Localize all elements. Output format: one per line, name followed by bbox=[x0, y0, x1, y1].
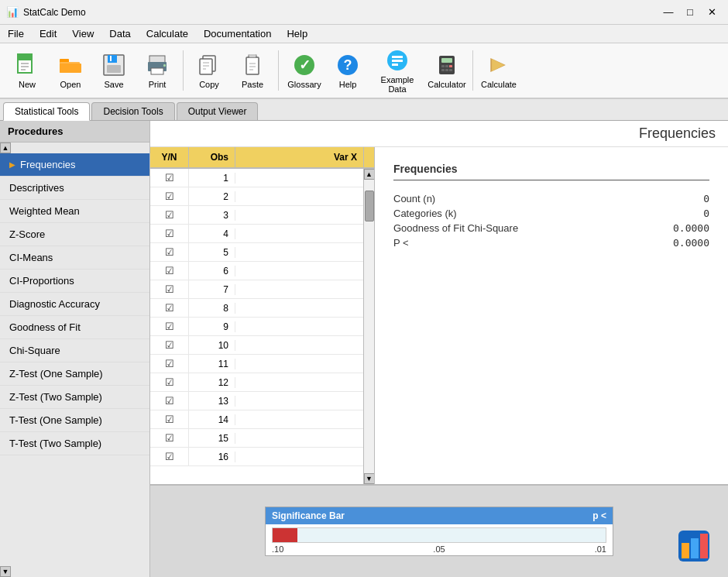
sidebar-item-chi-square[interactable]: Chi-Square bbox=[0, 339, 149, 362]
sidebar-item-chi-square-label: Chi-Square bbox=[9, 345, 60, 356]
table-row[interactable]: ☑15 bbox=[150, 429, 363, 448]
menu-documentation[interactable]: Documentation bbox=[196, 25, 279, 43]
table-row[interactable]: ☑12 bbox=[150, 373, 363, 392]
calculator-button[interactable]: Calculator bbox=[426, 46, 468, 95]
cell-yn-5[interactable]: ☑ bbox=[150, 243, 189, 261]
checkbox-14: ☑ bbox=[165, 414, 174, 425]
menu-edit[interactable]: Edit bbox=[32, 25, 64, 43]
table-row[interactable]: ☑11 bbox=[150, 355, 363, 373]
menu-file[interactable]: File bbox=[0, 25, 32, 43]
sidebar-item-z-test-two[interactable]: Z-Test (Two Sample) bbox=[0, 386, 149, 409]
tab-statistical-tools[interactable]: Statistical Tools bbox=[3, 102, 90, 121]
open-label: Open bbox=[60, 80, 81, 89]
svg-rect-37 bbox=[441, 65, 445, 67]
checkbox-15: ☑ bbox=[165, 432, 174, 444]
table-row[interactable]: ☑14 bbox=[150, 410, 363, 429]
cell-yn-4[interactable]: ☑ bbox=[150, 225, 189, 242]
cell-yn-10[interactable]: ☑ bbox=[150, 336, 189, 354]
table-row[interactable]: ☑3 bbox=[150, 206, 363, 225]
sidebar-item-t-test-two-label: T-Test (Two Sample) bbox=[9, 438, 101, 449]
save-button[interactable]: Save bbox=[93, 46, 135, 95]
svg-rect-33 bbox=[392, 60, 403, 62]
result-gof-label: Goodness of Fit Chi-Square bbox=[393, 222, 518, 234]
tab-output-viewer[interactable]: Output Viewer bbox=[177, 102, 259, 120]
example-data-button[interactable]: Example Data bbox=[370, 46, 424, 95]
sidebar-item-ci-proportions[interactable]: CI-Proportions bbox=[0, 270, 149, 293]
sidebar-item-t-test-one[interactable]: T-Test (One Sample) bbox=[0, 409, 149, 432]
cell-yn-15[interactable]: ☑ bbox=[150, 429, 189, 447]
scroll-down-arrow[interactable]: ▼ bbox=[0, 566, 11, 577]
scroll-up-btn[interactable]: ▲ bbox=[364, 169, 375, 180]
sidebar-item-weighted-mean[interactable]: Weighted Mean bbox=[0, 200, 149, 223]
checkbox-1: ☑ bbox=[165, 172, 174, 184]
table-row[interactable]: ☑9 bbox=[150, 318, 363, 336]
menu-help[interactable]: Help bbox=[279, 25, 315, 43]
frequencies-title: Frequencies bbox=[150, 121, 728, 147]
calculator-label: Calculator bbox=[428, 80, 466, 89]
sidebar-item-ci-means[interactable]: CI-Means bbox=[0, 246, 149, 270]
cell-yn-3[interactable]: ☑ bbox=[150, 206, 189, 224]
table-row[interactable]: ☑6 bbox=[150, 262, 363, 280]
checkbox-4: ☑ bbox=[165, 228, 174, 239]
table-row[interactable]: ☑10 bbox=[150, 336, 363, 355]
paste-button[interactable]: Paste bbox=[232, 46, 273, 95]
grid-scrollbar[interactable]: ▲ ▼ bbox=[363, 169, 374, 484]
table-row[interactable]: ☑16 bbox=[150, 448, 363, 466]
menu-calculate[interactable]: Calculate bbox=[139, 25, 196, 43]
sidebar-item-descriptives[interactable]: Descriptives bbox=[0, 177, 149, 200]
sidebar-item-z-score[interactable]: Z-Score bbox=[0, 223, 149, 246]
sidebar-item-diagnostic-accuracy[interactable]: Diagnostic Accuracy bbox=[0, 293, 149, 316]
cell-yn-13[interactable]: ☑ bbox=[150, 392, 189, 410]
copy-button[interactable]: Copy bbox=[188, 46, 230, 95]
svg-marker-44 bbox=[492, 59, 504, 71]
table-row[interactable]: ☑2 bbox=[150, 187, 363, 206]
menu-view[interactable]: View bbox=[64, 25, 101, 43]
open-button[interactable]: Open bbox=[50, 46, 91, 95]
scroll-thumb[interactable] bbox=[365, 191, 374, 222]
toolbar: New Open Save bbox=[0, 43, 728, 99]
tab-decision-tools[interactable]: Decision Tools bbox=[91, 102, 174, 120]
glossary-icon: ✓ bbox=[292, 53, 317, 77]
menu-data[interactable]: Data bbox=[101, 25, 138, 43]
svg-rect-9 bbox=[108, 55, 117, 63]
glossary-button[interactable]: ✓ Glossary bbox=[283, 46, 325, 95]
close-button[interactable]: ✕ bbox=[702, 5, 722, 20]
table-row[interactable]: ☑5 bbox=[150, 243, 363, 262]
table-row[interactable]: ☑1 bbox=[150, 169, 363, 187]
scroll-up-arrow[interactable]: ▲ bbox=[0, 143, 11, 153]
calculate-label: Calculate bbox=[481, 80, 517, 89]
table-row[interactable]: ☑13 bbox=[150, 392, 363, 410]
minimize-button[interactable]: — bbox=[658, 5, 678, 20]
cell-yn-2[interactable]: ☑ bbox=[150, 187, 189, 205]
sidebar-item-z-test-one[interactable]: Z-Test (One Sample) bbox=[0, 362, 149, 386]
sidebar-item-weighted-mean-label: Weighted Mean bbox=[9, 205, 80, 217]
grid-header: Y/N Obs Var X bbox=[150, 147, 374, 169]
sidebar: Procedures ▲ ▶ Frequencies Descriptives … bbox=[0, 121, 150, 577]
sig-p-header-label: p < bbox=[592, 510, 606, 521]
sidebar-item-frequencies[interactable]: ▶ Frequencies bbox=[0, 153, 149, 177]
cell-yn-14[interactable]: ☑ bbox=[150, 410, 189, 428]
cell-yn-7[interactable]: ☑ bbox=[150, 280, 189, 298]
new-button[interactable]: New bbox=[6, 46, 48, 95]
sidebar-item-goodness-of-fit[interactable]: Goodness of Fit bbox=[0, 316, 149, 339]
svg-rect-17 bbox=[200, 59, 212, 74]
table-row[interactable]: ☑8 bbox=[150, 299, 363, 318]
cell-yn-11[interactable]: ☑ bbox=[150, 355, 189, 373]
maximize-button[interactable]: □ bbox=[680, 5, 700, 20]
data-results: Y/N Obs Var X ☑1 ☑2 ☑3 ☑4 ☑5 ☑6 bbox=[150, 147, 728, 484]
cell-yn-16[interactable]: ☑ bbox=[150, 448, 189, 465]
svg-rect-1 bbox=[18, 54, 32, 60]
cell-yn-1[interactable]: ☑ bbox=[150, 169, 189, 187]
table-row[interactable]: ☑7 bbox=[150, 280, 363, 299]
cell-yn-8[interactable]: ☑ bbox=[150, 299, 189, 317]
table-row[interactable]: ☑4 bbox=[150, 225, 363, 243]
sidebar-item-t-test-two[interactable]: T-Test (Two Sample) bbox=[0, 432, 149, 455]
cell-yn-6[interactable]: ☑ bbox=[150, 262, 189, 280]
help-button[interactable]: ? Help bbox=[327, 46, 369, 95]
svg-text:✓: ✓ bbox=[299, 57, 311, 73]
cell-yn-9[interactable]: ☑ bbox=[150, 318, 189, 335]
scroll-down-btn[interactable]: ▼ bbox=[364, 473, 375, 484]
calculate-button[interactable]: Calculate bbox=[478, 46, 520, 95]
cell-yn-12[interactable]: ☑ bbox=[150, 373, 189, 391]
print-button[interactable]: Print bbox=[136, 46, 178, 95]
